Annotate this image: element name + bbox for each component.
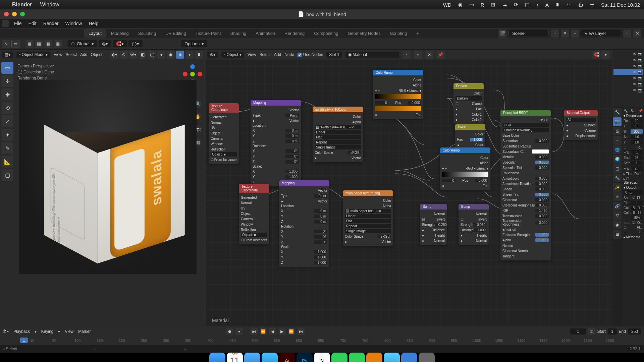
res-y-input[interactable]: 10: [631, 124, 643, 128]
pause-render-icon[interactable]: ⏸: [195, 51, 203, 59]
mat-delete-icon[interactable]: ✕: [425, 51, 433, 59]
shade-rendered-icon[interactable]: ◉: [176, 51, 184, 59]
mat-browse-icon[interactable]: ▫: [402, 51, 411, 59]
tab-modeling[interactable]: Modeling: [106, 29, 133, 38]
options-dropdown[interactable]: Options ▾: [181, 40, 207, 47]
tool-addcube[interactable]: ▢: [1, 169, 13, 181]
tab-scripting[interactable]: Scripting: [385, 29, 412, 38]
tool-cursor[interactable]: ✢: [1, 75, 13, 87]
node-colorramp-2[interactable]: ColorRamp Color Alpha + −RGB ▾ Linear ▾ …: [440, 147, 490, 190]
prop-tab-object[interactable]: ▢: [613, 164, 622, 173]
minimize-window-button[interactable]: [12, 12, 17, 16]
menu-edit[interactable]: Edit: [25, 19, 40, 27]
frame-clock-icon[interactable]: ⏲: [588, 328, 595, 335]
status-time-icon[interactable]: ⟳: [514, 2, 518, 8]
snap-grid-icon[interactable]: ▦: [25, 40, 34, 48]
prop-tab-material[interactable]: ◉: [613, 221, 622, 229]
frame-current-input[interactable]: 1: [570, 328, 586, 335]
node-material-output[interactable]: Material Output All ● Surface ● Volume ●…: [564, 110, 598, 140]
node-bump-1[interactable]: Bump Normal ☑ Invert Strength0.250 ● Dis…: [420, 204, 447, 245]
dock-photoshop-icon[interactable]: Ps: [297, 353, 313, 362]
play-icon[interactable]: ▶: [278, 328, 286, 335]
tab-sculpting[interactable]: Sculpting: [133, 29, 161, 38]
jump-start-icon[interactable]: ⏮: [250, 328, 258, 335]
menubar-app[interactable]: Blender: [12, 2, 32, 8]
tab-compositing[interactable]: Compositing: [309, 29, 343, 38]
overlay2-icon[interactable]: ⦿▾: [129, 51, 137, 59]
cursor-tool-icon[interactable]: ↖: [2, 40, 10, 48]
status-wifi-icon[interactable]: ᯤ: [567, 2, 572, 8]
prop-tab-render[interactable]: 📷: [613, 117, 622, 126]
vp-menu-view[interactable]: View: [54, 52, 62, 57]
prop-tab-particles[interactable]: ✨: [613, 183, 622, 192]
snap-pref-icon[interactable]: ▦: [35, 40, 43, 48]
viewlayer-browse-icon[interactable]: ▫: [571, 29, 579, 38]
dock-blender-icon[interactable]: [366, 353, 382, 362]
tool-rotate[interactable]: ⟲: [1, 102, 13, 114]
shade-solid-icon[interactable]: ●: [157, 51, 165, 59]
shade-matprev-icon[interactable]: ◉: [167, 51, 175, 59]
pivot-dropdown[interactable]: ◎▾: [99, 40, 111, 47]
tab-animation[interactable]: Animation: [251, 29, 280, 38]
mat-pin-icon[interactable]: 📌: [437, 51, 445, 59]
tool-annotate[interactable]: ✎: [1, 142, 13, 154]
node-colorramp-1[interactable]: ColorRamp Color Alpha + −RGB ▾ Linear ▾ …: [373, 70, 423, 119]
node-texture-coordinate[interactable]: Texture Coordinate Generated Normal UV O…: [209, 103, 239, 164]
prop-tab-physics[interactable]: ⚛: [613, 192, 622, 201]
status-display-icon[interactable]: ▢: [525, 2, 530, 8]
timeline-editor-icon[interactable]: ⏱▾: [3, 329, 9, 334]
tab-geonodes[interactable]: Geometry Nodes: [343, 29, 385, 38]
status-box-icon[interactable]: ▭: [469, 2, 474, 8]
jump-prevkey-icon[interactable]: ⏪: [260, 328, 267, 335]
blender-logo-icon[interactable]: [2, 20, 9, 27]
frame-end-input[interactable]: 250: [628, 328, 641, 335]
prop-tab-data[interactable]: ▽: [613, 211, 622, 220]
tool-select-box[interactable]: ▭: [1, 62, 13, 74]
status-puzzle-icon[interactable]: ⊞: [491, 2, 495, 8]
prop-search[interactable]: S...: [631, 109, 636, 113]
proportional-dropdown[interactable]: ◯▾: [128, 40, 143, 47]
dock-messages-icon[interactable]: [331, 353, 347, 362]
tool-scale[interactable]: ⤢: [1, 115, 13, 127]
scene-browse-icon[interactable]: 🎬: [498, 29, 506, 38]
node-image-texture-2[interactable]: main paper texture.png Color Alpha 🖼 mai…: [343, 190, 393, 246]
snap-pref2-icon[interactable]: ▦: [44, 40, 52, 48]
dock-app2-icon[interactable]: [401, 353, 417, 362]
status-sync-icon[interactable]: ☁: [502, 2, 507, 8]
camera-icon[interactable]: 📷: [638, 52, 643, 56]
dock-finder-icon[interactable]: [209, 353, 225, 362]
prop-tab-constraints[interactable]: 🔗: [613, 202, 622, 210]
tab-uv[interactable]: UV Editing: [161, 29, 191, 38]
ne-snap-icon[interactable]: 🧲: [592, 51, 600, 59]
menu-render[interactable]: Render: [40, 19, 62, 27]
tl-keying[interactable]: Keying: [41, 329, 54, 334]
status-cloud-icon[interactable]: ◉: [458, 2, 463, 8]
prop-tab-scene[interactable]: 🌐: [613, 145, 622, 154]
maximize-window-button[interactable]: [20, 12, 25, 16]
outliner[interactable]: 👁📷 👁📷 👁📷 👁📷 👁📷 👁📷 👁📷: [612, 50, 644, 107]
status-control-icon[interactable]: ☰: [590, 2, 594, 8]
autokey-icon[interactable]: ⏺: [226, 328, 233, 335]
shading-filter-icon[interactable]: ◐▾: [110, 51, 118, 59]
tab-shading[interactable]: Shading: [226, 29, 251, 38]
vp-menu-add[interactable]: Add: [80, 52, 87, 57]
prop-tab-modifiers[interactable]: 🔧: [613, 174, 622, 182]
tl-marker[interactable]: Marker: [78, 329, 91, 334]
vp-menu-object[interactable]: Object: [91, 52, 103, 57]
node-mix-darken[interactable]: Darken Color Darken ☐ Clamp ● Fac ● Colo…: [453, 83, 484, 124]
menubar-window[interactable]: Window: [40, 2, 59, 8]
dock-numbers-icon[interactable]: [349, 353, 365, 362]
dock-mail-icon[interactable]: [244, 353, 260, 362]
menu-help[interactable]: Help: [85, 19, 102, 27]
frame-start-input[interactable]: 1: [608, 328, 617, 335]
scene-name-input[interactable]: Scene: [508, 30, 549, 37]
slot-dropdown[interactable]: Slot 1: [326, 52, 342, 58]
node-texture-coordinate-2[interactable]: Texture Coordinate Generated Normal UV O…: [239, 184, 269, 244]
dock-app-icon[interactable]: [384, 353, 400, 362]
node-principled-bsdf[interactable]: Principled BSDF BSDF GGX Christensen-Bur…: [500, 110, 551, 260]
tool-move[interactable]: ✥: [1, 88, 13, 101]
autokey-opts-icon[interactable]: ▾: [235, 328, 243, 335]
tab-texpaint[interactable]: Texture Paint: [191, 29, 226, 38]
status-bt-icon[interactable]: ✱: [555, 2, 560, 8]
mode-dropdown[interactable]: ▫ Object Mode ▾: [16, 52, 50, 58]
